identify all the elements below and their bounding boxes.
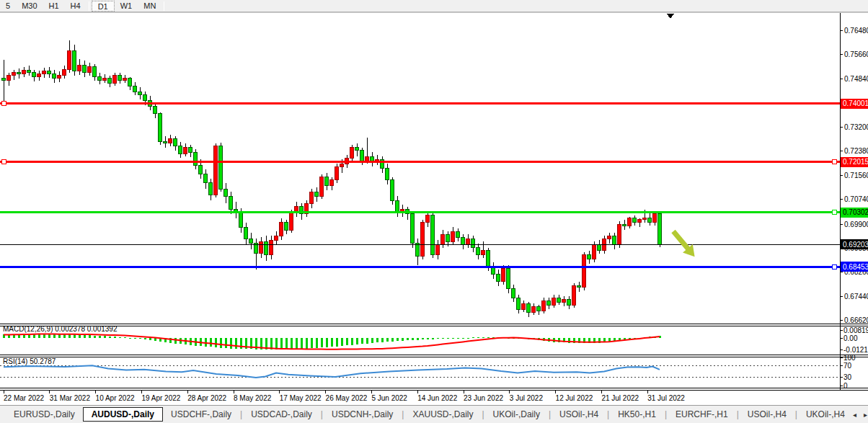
macd-histogram-bar <box>462 338 464 339</box>
macd-histogram-bar <box>174 338 177 344</box>
macd-axis-label: 0.00 <box>843 334 858 342</box>
time-tick-label: 8 May 2022 <box>234 394 272 402</box>
macd-histogram-bar <box>397 338 399 341</box>
candle-body <box>366 156 369 161</box>
chart-tab-xauusd-daily[interactable]: XAUUSD-,Daily <box>404 407 481 422</box>
timeframe-button-m30[interactable]: M30 <box>16 1 43 12</box>
candle-body <box>43 71 46 74</box>
candle-body <box>461 237 465 244</box>
candle-body <box>522 303 526 309</box>
candle-body <box>199 165 203 174</box>
macd-histogram-bar <box>321 338 323 347</box>
macd-histogram-bar <box>280 338 283 349</box>
timeframe-button-w1[interactable]: W1 <box>115 1 138 12</box>
macd-histogram-bar <box>412 338 414 340</box>
macd-histogram-bar <box>84 335 86 338</box>
candle-body <box>618 224 621 245</box>
chart-tab-usdcad-daily[interactable]: USDCAD-,Daily <box>243 407 320 422</box>
macd-histogram-bar <box>144 338 146 339</box>
chart-tab-hk50-h1[interactable]: HK50-,H1 <box>610 407 664 422</box>
chart-tab-eurchf-h1[interactable]: EURCHF-,H1 <box>668 407 736 422</box>
timeframe-button-d1[interactable]: D1 <box>92 1 115 12</box>
hline-anchor[interactable] <box>1 102 6 106</box>
hline-anchor[interactable] <box>832 160 836 164</box>
candle-body <box>169 139 172 143</box>
candle-body <box>451 231 455 241</box>
timeframe-button-h1[interactable]: H1 <box>43 1 65 12</box>
macd-histogram-bar <box>336 338 338 347</box>
candle-body <box>552 298 556 305</box>
candle-body <box>219 146 223 189</box>
candle-body <box>537 306 541 311</box>
price-tick-label: 0.69900 <box>844 221 868 228</box>
chart-tab-usdcnh-daily[interactable]: USDCNH-,Daily <box>324 407 401 422</box>
macd-histogram-bar <box>457 338 459 339</box>
candle-body <box>83 66 87 73</box>
candle-body <box>572 286 576 306</box>
chart-tab-audusd-daily[interactable]: AUDUSD-,Daily <box>83 407 163 422</box>
rsi-axis-label: 100 <box>843 354 856 362</box>
hline-anchor[interactable] <box>832 210 836 215</box>
candle-body <box>557 298 561 302</box>
candle-body <box>133 86 137 92</box>
macd-histogram-bar <box>79 334 81 338</box>
candle-body <box>98 77 102 80</box>
timeframe-button-mn[interactable]: MN <box>138 1 161 12</box>
candle-body <box>280 223 283 236</box>
macd-histogram-bar <box>240 338 242 349</box>
candle-body <box>502 268 505 281</box>
chart-tab-usdchf-daily[interactable]: USDCHF-,Daily <box>163 407 239 422</box>
macd-histogram-bar <box>477 337 479 338</box>
candle-body <box>184 148 187 153</box>
macd-histogram-bar <box>316 338 318 348</box>
candle-body <box>143 94 147 100</box>
timeframe-toolbar: 5M30H1H4D1W1MN <box>0 0 868 12</box>
candle-body <box>613 236 616 244</box>
candle-body <box>567 299 571 305</box>
macd-axis-label: -0.01212 <box>843 346 868 354</box>
tab-scroll-left-icon[interactable]: ◂ <box>853 411 856 419</box>
candle-body <box>275 236 278 240</box>
candle-body <box>260 241 263 253</box>
candle-body <box>128 79 132 86</box>
price-tick-label: 0.73200 <box>844 123 868 131</box>
hline-anchor[interactable] <box>1 160 6 164</box>
timeframe-button-5[interactable]: 5 <box>0 1 16 12</box>
candle-body <box>608 236 611 239</box>
macd-histogram-bar <box>149 338 151 340</box>
chart-tab-ukoil-h4[interactable]: UKOil-,H4 <box>798 407 853 422</box>
candle-body <box>532 306 536 312</box>
price-badge-label: 0.68453 <box>843 263 868 271</box>
candle-body <box>507 268 510 289</box>
time-tick-label: 22 Mar 2022 <box>4 394 45 402</box>
macd-histogram-bar <box>391 338 394 342</box>
macd-histogram-bar <box>432 338 434 339</box>
candle-body <box>436 245 440 255</box>
candle-body <box>466 239 470 244</box>
candle-body <box>48 71 51 74</box>
chart-tab-ukoil-daily[interactable]: UKOil-,Daily <box>485 407 548 422</box>
candle-body <box>648 218 652 223</box>
candle-body <box>249 239 253 243</box>
macd-histogram-bar <box>351 338 353 345</box>
chart-tab-eurusd-daily[interactable]: EURUSD-,Daily <box>6 407 83 422</box>
macd-histogram-bar <box>487 337 490 338</box>
tab-scroll-right-icon[interactable]: ▸ <box>864 411 867 419</box>
macd-histogram-bar <box>134 338 136 339</box>
candle-body <box>577 286 581 288</box>
candle-body <box>270 240 273 254</box>
price-tick-label: 0.76480 <box>844 27 868 35</box>
candle-body <box>27 71 31 73</box>
candle-body <box>411 214 415 244</box>
macd-histogram-bar <box>442 338 444 339</box>
candle-body <box>381 159 384 168</box>
hline-anchor[interactable] <box>832 264 836 269</box>
candle-body <box>643 218 647 220</box>
candle-body <box>63 70 66 76</box>
candle-body <box>32 73 36 77</box>
chart-tab-usoil-h4[interactable]: USOil-,H4 <box>740 407 794 422</box>
chart-tab-usoil-h4[interactable]: USOil-,H4 <box>552 407 606 422</box>
time-tick-label: 5 Jun 2022 <box>371 394 407 402</box>
timeframe-button-h4[interactable]: H4 <box>65 1 87 12</box>
macd-histogram-bar <box>341 338 343 346</box>
